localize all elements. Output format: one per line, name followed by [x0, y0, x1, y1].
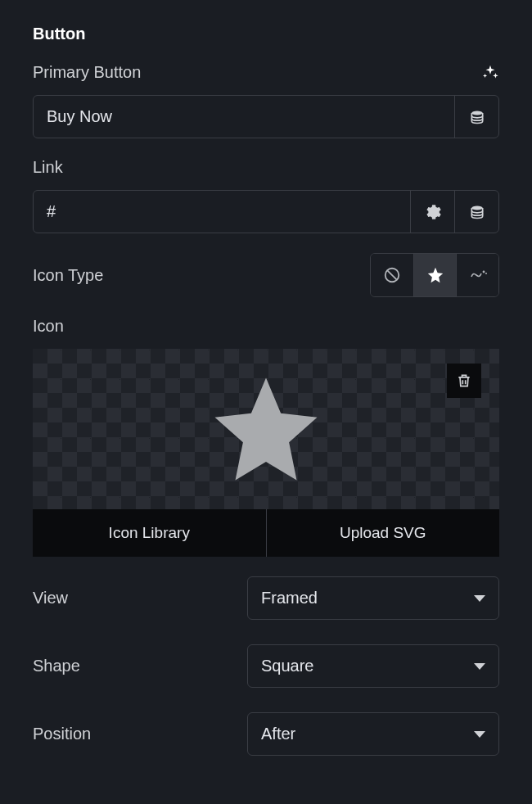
position-select[interactable]: After — [247, 712, 499, 756]
svg-point-5 — [485, 273, 487, 274]
svg-point-1 — [471, 206, 482, 210]
svg-point-4 — [482, 271, 485, 273]
chevron-down-icon — [474, 731, 485, 738]
link-label: Link — [33, 158, 63, 177]
position-row: Position After — [33, 712, 499, 756]
view-row: View Framed — [33, 576, 499, 620]
upload-svg-tab[interactable]: Upload SVG — [267, 509, 500, 557]
link-field: Link — [33, 158, 499, 233]
svg-line-3 — [387, 270, 397, 280]
link-input[interactable] — [34, 191, 410, 233]
shape-row: Shape Square — [33, 644, 499, 688]
icon-library-tab[interactable]: Icon Library — [33, 509, 267, 557]
section-title: Button — [33, 25, 499, 43]
ai-sparkle-icon[interactable] — [481, 64, 499, 82]
position-label: Position — [33, 725, 91, 743]
icon-label: Icon — [33, 317, 499, 336]
primary-button-label: Primary Button — [33, 63, 141, 82]
icon-type-icon[interactable] — [413, 254, 456, 296]
primary-button-field: Primary Button — [33, 63, 499, 138]
icon-type-row: Icon Type — [33, 253, 499, 297]
icon-preview-section: Icon Library Upload SVG — [33, 349, 499, 557]
view-label: View — [33, 589, 68, 608]
chevron-down-icon — [474, 663, 485, 670]
icon-type-toggle — [370, 253, 499, 297]
svg-point-0 — [471, 111, 482, 115]
shape-label: Shape — [33, 657, 80, 675]
icon-type-lottie[interactable] — [456, 254, 498, 296]
chevron-down-icon — [474, 595, 485, 602]
dynamic-tags-icon[interactable] — [454, 191, 498, 233]
position-value: After — [261, 725, 295, 743]
icon-type-label: Icon Type — [33, 266, 103, 285]
view-select[interactable]: Framed — [247, 576, 499, 620]
shape-value: Square — [261, 657, 314, 675]
shape-select[interactable]: Square — [247, 644, 499, 688]
icon-preview[interactable] — [33, 349, 499, 509]
star-icon — [205, 368, 327, 490]
trash-icon[interactable] — [447, 364, 481, 398]
view-value: Framed — [261, 589, 318, 608]
icon-type-none[interactable] — [371, 254, 413, 296]
dynamic-tags-icon[interactable] — [454, 96, 498, 138]
primary-button-input[interactable] — [34, 96, 454, 138]
gear-icon[interactable] — [410, 191, 454, 233]
